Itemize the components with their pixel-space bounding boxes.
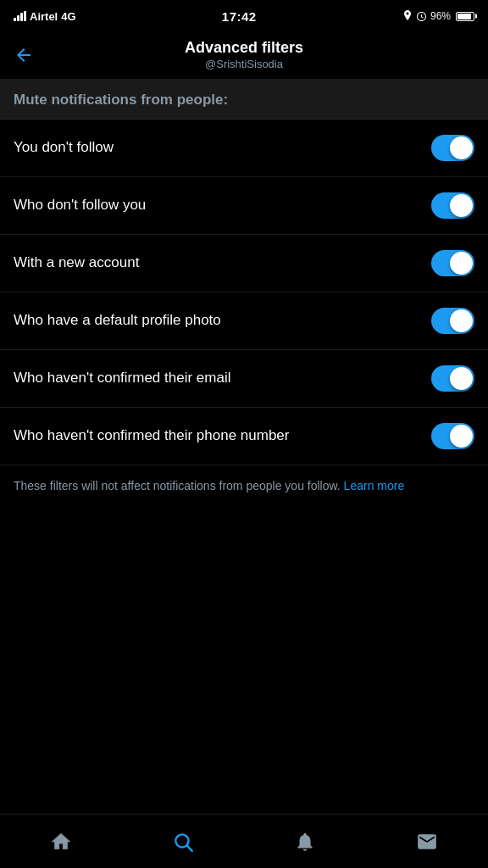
- account-handle: @SrishtiSisodia: [185, 58, 303, 70]
- filter-label-3: With a new account: [14, 253, 431, 272]
- filter-item-2: Who don't follow you: [0, 177, 488, 235]
- bottom-nav: [0, 814, 488, 868]
- toggle-4[interactable]: [431, 308, 474, 334]
- toggle-1[interactable]: [431, 135, 474, 161]
- toggle-2[interactable]: [431, 192, 474, 219]
- footer-text: These filters will not affect notificati…: [14, 479, 344, 492]
- toggle-6[interactable]: [431, 423, 474, 449]
- status-bar: Airtel 4G 17:42 96%: [0, 0, 488, 31]
- nav-home[interactable]: [0, 815, 122, 868]
- messages-icon: [416, 831, 438, 853]
- back-button[interactable]: [14, 45, 34, 65]
- filter-item-4: Who have a default profile photo: [0, 292, 488, 350]
- filter-item-3: With a new account: [0, 235, 488, 292]
- footer-note: These filters will not affect notificati…: [0, 465, 488, 512]
- battery-icon: [456, 12, 474, 21]
- nav-notifications[interactable]: [244, 815, 366, 868]
- filter-label-5: Who haven't confirmed their email: [14, 369, 431, 387]
- status-time: 17:42: [222, 9, 257, 24]
- filter-item-6: Who haven't confirmed their phone number: [0, 408, 488, 465]
- toggle-5[interactable]: [431, 365, 474, 392]
- nav-search[interactable]: [122, 815, 244, 868]
- svg-line-1: [187, 845, 192, 850]
- status-right: 96%: [402, 10, 474, 22]
- filter-label-2: Who don't follow you: [14, 196, 431, 214]
- settings-list: You don't followWho don't follow youWith…: [0, 120, 488, 465]
- notifications-icon: [294, 831, 316, 853]
- alarm-icon: [416, 11, 427, 22]
- nav-messages[interactable]: [366, 815, 488, 868]
- network-label: 4G: [61, 10, 75, 23]
- filter-item-5: Who haven't confirmed their email: [0, 350, 488, 408]
- filter-label-4: Who have a default profile photo: [14, 311, 431, 330]
- section-label: Mute notifications from people:: [0, 80, 488, 120]
- status-left: Airtel 4G: [14, 10, 76, 23]
- page-title: Advanced filters: [185, 39, 303, 57]
- filter-label-1: You don't follow: [14, 138, 431, 157]
- home-icon: [50, 831, 72, 853]
- page-header: Advanced filters @SrishtiSisodia: [0, 31, 488, 80]
- signal-bars: [14, 11, 26, 21]
- search-icon: [172, 831, 194, 853]
- filter-item-1: You don't follow: [0, 120, 488, 177]
- carrier-label: Airtel: [30, 10, 58, 23]
- learn-more-link[interactable]: Learn more: [344, 479, 405, 492]
- battery-percent: 96%: [430, 10, 451, 22]
- location-icon: [402, 10, 413, 22]
- filter-label-6: Who haven't confirmed their phone number: [14, 426, 431, 445]
- toggle-3[interactable]: [431, 250, 474, 276]
- header-text: Advanced filters @SrishtiSisodia: [185, 39, 303, 70]
